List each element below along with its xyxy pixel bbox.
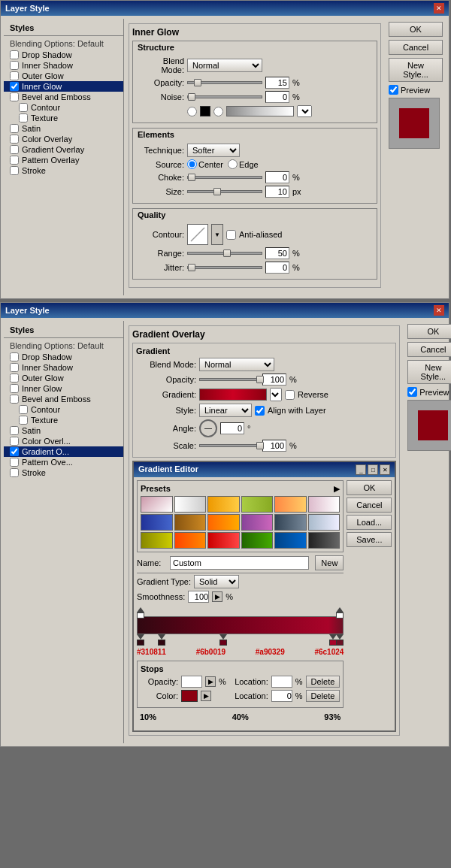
contour-checkbox[interactable] [19,103,28,112]
p2-sidebar-stroke[interactable]: Stroke [4,467,123,478]
jitter-input[interactable] [265,262,289,274]
ge-maximize-btn[interactable]: □ [368,464,378,475]
preset-8[interactable] [174,514,207,531]
ge-smoothness-input[interactable] [188,591,209,603]
preset-4[interactable] [241,496,274,513]
inner-shadow-checkbox[interactable] [10,61,19,70]
p2-sidebar-color-overlay[interactable]: Color Overl... [4,436,123,446]
panel1-ok-button[interactable]: OK [389,22,443,37]
range-input[interactable] [265,247,289,259]
ge-smoothness-arrow[interactable]: ▶ [212,591,222,602]
sidebar-item-inner-shadow[interactable]: Inner Shadow [4,60,123,71]
sidebar-item-drop-shadow[interactable]: Drop Shadow [4,50,123,60]
p2-sidebar-pattern-overlay[interactable]: Pattern Ove... [4,457,123,467]
panel2-ok-button[interactable]: OK [407,324,451,339]
gradient-type-select[interactable] [297,105,312,117]
sidebar-item-texture[interactable]: Texture [4,113,123,123]
color-stop-40[interactable] [219,634,227,646]
stop-delete-button[interactable]: Delete [306,676,341,688]
sidebar-item-bevel-emboss[interactable]: Bevel and Emboss [4,92,123,102]
choke-input[interactable] [265,171,289,183]
ge-cancel-button[interactable]: Cancel [347,498,392,513]
satin-checkbox[interactable] [10,124,19,133]
ge-minimize-btn[interactable]: _ [356,464,366,475]
angle-dial[interactable] [199,419,217,437]
panel2-close-button[interactable]: ✕ [434,305,444,316]
source-edge-radio[interactable] [228,159,238,169]
preset-11[interactable] [274,514,307,531]
gradient-color-radio[interactable] [213,107,223,116]
scale-input[interactable] [262,440,286,452]
color-stop-100[interactable] [336,634,344,646]
presets-arrow[interactable]: ▶ [334,484,340,494]
preset-16[interactable] [241,532,274,549]
p2-sidebar-satin[interactable]: Satin [4,425,123,436]
p2-bevel-emboss-cb[interactable] [10,395,19,404]
ge-load-button[interactable]: Load... [347,515,392,530]
pattern-overlay-checkbox[interactable] [10,156,19,165]
stop-location-input[interactable] [271,676,292,688]
anti-aliased-checkbox[interactable] [226,230,236,240]
stop-color-arrow[interactable]: ▶ [201,691,211,701]
ge-save-button[interactable]: Save... [347,532,392,547]
p2-sidebar-gradient-overlay[interactable]: Gradient O... [4,446,123,457]
bevel-emboss-checkbox[interactable] [10,92,19,101]
drop-shadow-checkbox[interactable] [10,50,19,59]
preset-7[interactable] [141,514,173,531]
p2-gradient-overlay-cb[interactable] [10,447,19,456]
go-opacity-input[interactable] [262,374,286,386]
solid-color-radio[interactable] [187,107,197,116]
gradient-swatch-btn[interactable] [199,389,267,401]
p2-sidebar-inner-glow[interactable]: Inner Glow [4,383,123,394]
preset-18[interactable] [308,532,341,549]
panel2-blending-options[interactable]: Blending Options: Default [4,340,123,352]
source-center-radio[interactable] [187,159,197,169]
ge-close-btn[interactable]: ✕ [380,464,390,475]
align-layer-checkbox[interactable] [255,406,265,416]
go-blend-mode-select[interactable]: Normal [199,358,274,371]
outer-glow-checkbox[interactable] [10,71,19,80]
stop-opacity-arrow[interactable]: ▶ [205,676,216,687]
p2-sidebar-inner-shadow[interactable]: Inner Shadow [4,362,123,373]
panel1-new-style-button[interactable]: New Style... [389,58,443,82]
sidebar-item-gradient-overlay[interactable]: Gradient Overlay [4,144,123,155]
ge-type-select[interactable]: Solid [194,575,239,588]
stop-color-swatch[interactable] [181,690,198,702]
sidebar-item-outer-glow[interactable]: Outer Glow [4,71,123,81]
gradient-swatch-dropdown[interactable] [270,388,282,401]
p2-satin-cb[interactable] [10,426,19,435]
gradient-overlay-checkbox[interactable] [10,145,19,154]
color-stop-10[interactable] [158,634,165,646]
preset-1[interactable] [141,496,173,513]
p2-sidebar-contour[interactable]: Contour [4,404,123,415]
p2-contour-cb[interactable] [19,405,28,414]
stop-color-location-input[interactable] [271,690,292,702]
panel2-new-style-button[interactable]: New Style... [407,360,451,384]
p2-sidebar-bevel-emboss[interactable]: Bevel and Emboss [4,394,123,404]
sidebar-item-pattern-overlay[interactable]: Pattern Overlay [4,155,123,165]
color-stop-0[interactable] [137,634,144,646]
preset-13[interactable] [141,532,173,549]
color-overlay-checkbox[interactable] [10,135,19,144]
preset-9[interactable] [207,514,240,531]
main-gradient-bar[interactable] [137,616,344,634]
p2-sidebar-drop-shadow[interactable]: Drop Shadow [4,352,123,362]
stop-opacity-input[interactable] [181,676,202,688]
preset-3[interactable] [207,496,240,513]
panel1-cancel-button[interactable]: Cancel [389,40,443,55]
panel1-blending-options[interactable]: Blending Options: Default [4,38,123,50]
preset-5[interactable] [274,496,307,513]
preset-15[interactable] [207,532,240,549]
contour-dropdown-btn[interactable]: ▼ [211,224,223,245]
sidebar-item-stroke[interactable]: Stroke [4,165,123,176]
ge-ok-button[interactable]: OK [347,480,392,495]
contour-preview[interactable] [187,224,208,245]
preset-12[interactable] [308,514,341,531]
panel1-close-button[interactable]: ✕ [434,3,444,14]
sidebar-item-color-overlay[interactable]: Color Overlay [4,134,123,144]
p2-drop-shadow-cb[interactable] [10,352,19,361]
ge-new-button[interactable]: New [315,555,344,570]
opacity-stop-right[interactable] [336,607,344,618]
preset-6[interactable] [308,496,341,513]
angle-input[interactable] [220,422,244,434]
